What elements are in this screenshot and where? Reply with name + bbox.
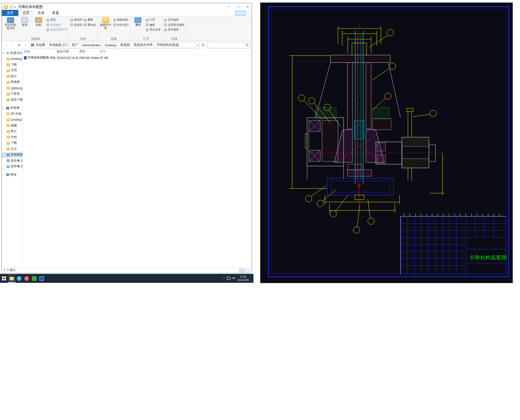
- sidebar-item-pc-pictures[interactable]: 图片: [2, 129, 22, 135]
- rename-button[interactable]: 重命名: [84, 23, 96, 27]
- forward-button[interactable]: →: [10, 42, 15, 48]
- paste-shortcut-button[interactable]: 粘贴快捷方式: [46, 28, 67, 32]
- show-desktop-button[interactable]: [251, 274, 252, 283]
- breadcrumb[interactable]: 此电脑 › 本地磁盘 (C:) › 用户 › Administrator › D…: [30, 42, 200, 48]
- ribbon-highlight-button[interactable]: [235, 11, 246, 15]
- folder-icon: [7, 63, 10, 66]
- sidebar-item-music[interactable]: 音乐: [2, 146, 22, 152]
- refresh-button[interactable]: ↻: [201, 42, 206, 48]
- easy-access-button[interactable]: 轻松访问: [113, 23, 128, 27]
- delete-button[interactable]: 删除: [84, 18, 96, 22]
- recent-locations-dropdown-icon[interactable]: ▾: [16, 42, 22, 48]
- copy-to-button[interactable]: 复制到: [70, 23, 82, 27]
- edit-button[interactable]: 编辑: [146, 23, 161, 27]
- copy-button[interactable]: 复制: [18, 17, 31, 27]
- breadcrumb-segment[interactable]: 新图纸文件夹: [133, 43, 153, 47]
- taskbar-zwcad[interactable]: [38, 274, 45, 283]
- properties-icon: [134, 17, 141, 23]
- sidebar-item-pc-documents[interactable]: 文档: [2, 134, 22, 140]
- breadcrumb-segment[interactable]: 本地磁盘 (C:): [49, 43, 68, 47]
- chevron-right-icon[interactable]: ›: [3, 173, 5, 176]
- cad-window[interactable]: 升降机构装配图: [260, 2, 513, 283]
- properties-button[interactable]: 属性: [132, 17, 144, 27]
- taskbar-app-red[interactable]: [23, 274, 30, 283]
- quick-access-toolbar-icon[interactable]: [9, 5, 13, 8]
- sidebar-item-network[interactable]: ›网络: [2, 172, 22, 178]
- column-header-name[interactable]: 名称: [23, 49, 56, 54]
- sidebar-item-videos[interactable]: 视频: [2, 123, 22, 129]
- sidebar-item-3d-objects[interactable]: 3D 对象: [2, 111, 22, 117]
- tab-share[interactable]: 共享: [34, 10, 48, 16]
- new-folder-button[interactable]: 新建文件夹: [99, 17, 112, 29]
- sidebar-item-quick-access[interactable]: ▾快速访问: [2, 50, 22, 56]
- quick-access-toolbar-dropdown-icon[interactable]: ▾: [15, 5, 16, 8]
- column-header-size[interactable]: 大小: [99, 49, 116, 54]
- folder-icon: [7, 98, 10, 101]
- close-button[interactable]: ×: [244, 3, 252, 10]
- breadcrumb-segment[interactable]: 用户: [71, 43, 79, 47]
- cad-drawing-canvas[interactable]: 升降机构装配图: [260, 3, 513, 283]
- cut-button[interactable]: 剪切: [46, 18, 67, 22]
- select-none-button[interactable]: 全部取消选择: [164, 23, 185, 27]
- sidebar-item-pictures[interactable]: 图片: [2, 74, 22, 80]
- sidebar-item-new-volume-e[interactable]: 新加卷 (E:): [2, 164, 22, 170]
- taskbar-file-explorer[interactable]: [8, 274, 15, 283]
- column-header-type[interactable]: 类型: [78, 49, 99, 54]
- sidebar-item-local-disk-c[interactable]: 本地磁盘 (C:): [2, 152, 22, 158]
- select-all-button[interactable]: 全部选择: [164, 18, 185, 22]
- window-title: 升降机构装配图: [18, 5, 43, 9]
- copy-path-button[interactable]: 复制路径: [46, 23, 67, 27]
- move-to-button[interactable]: 移动到: [70, 18, 82, 22]
- sidebar-item-fonts[interactable]: 字体包: [2, 91, 22, 97]
- collapse-ribbon-icon[interactable]: ^: [247, 12, 249, 15]
- maximize-button[interactable]: □: [234, 3, 242, 10]
- pin-to-quick-access-button[interactable]: 固定到快速访问: [4, 17, 17, 29]
- file-row[interactable]: 升降机构装配图.dwg 2010/1/15 15:33 ZWCAD Drawin…: [23, 55, 252, 60]
- sidebar-item-fenghuangtu[interactable]: 凤凰图: [2, 80, 22, 86]
- copy-path-icon: [46, 23, 49, 26]
- breadcrumb-segment[interactable]: 凤凰图: [120, 43, 130, 47]
- invert-selection-button[interactable]: 反向选择: [164, 28, 185, 32]
- tray-expand-icon[interactable]: ^: [223, 277, 224, 280]
- details-view-button[interactable]: [239, 269, 244, 273]
- thumbnails-view-button[interactable]: [245, 269, 250, 273]
- back-button[interactable]: ←: [3, 42, 9, 48]
- search-box[interactable]: [207, 42, 250, 48]
- chevron-down-icon[interactable]: ▾: [3, 107, 5, 110]
- column-header-modified[interactable]: 修改日期: [56, 49, 78, 54]
- sidebar-item-documents[interactable]: 文档: [2, 68, 22, 74]
- explorer-app-icon: [4, 5, 8, 9]
- taskbar-clock[interactable]: 17:00 2021/3/25: [238, 275, 249, 281]
- sidebar-item-qmscript[interactable]: QMScript: [2, 85, 22, 91]
- open-button[interactable]: 打开: [146, 18, 161, 22]
- up-button[interactable]: ↑: [23, 42, 29, 48]
- sidebar-item-new-volume-d[interactable]: 新加卷 (D:): [2, 158, 22, 164]
- notification-icon[interactable]: [227, 277, 230, 280]
- breadcrumb-segment[interactable]: 升降机构装配图: [156, 43, 179, 47]
- chevron-down-icon[interactable]: ▾: [3, 52, 5, 54]
- sidebar-item-this-pc[interactable]: ▾此电脑: [2, 105, 22, 111]
- new-item-button[interactable]: 新建项目: [113, 18, 128, 22]
- sidebar-item-pc-downloads[interactable]: 下载: [2, 140, 22, 147]
- start-button[interactable]: [0, 274, 8, 283]
- tab-view[interactable]: 查看: [48, 10, 63, 16]
- breadcrumb-segment[interactable]: 此电脑: [35, 43, 45, 47]
- tab-file[interactable]: 文件: [2, 10, 18, 16]
- taskbar-browser[interactable]: [15, 274, 23, 283]
- breadcrumb-segment[interactable]: Administrator: [82, 44, 101, 47]
- search-input[interactable]: [208, 44, 245, 47]
- cad-title-text: 升降机构装配图: [469, 255, 507, 260]
- sidebar-item-downloads[interactable]: 下载: [2, 62, 22, 68]
- ime-indicator[interactable]: 中: [232, 276, 236, 281]
- history-button[interactable]: 历史记录: [146, 28, 161, 32]
- taskbar-app-green[interactable]: [30, 274, 38, 283]
- paste-button[interactable]: 粘贴: [32, 17, 45, 27]
- breadcrumb-segment[interactable]: Desktop: [104, 44, 117, 47]
- select-all-icon: [164, 19, 167, 22]
- sidebar-item-desktop[interactable]: Desktop: [2, 56, 22, 62]
- sidebar-item-thunder-downloads[interactable]: 迅雷下载: [2, 97, 22, 103]
- minimize-button[interactable]: −: [225, 3, 233, 10]
- tab-home[interactable]: 主页: [18, 10, 34, 16]
- sidebar-item-pc-desktop[interactable]: Desktop: [2, 117, 22, 123]
- address-dropdown-icon[interactable]: ▾: [197, 44, 198, 47]
